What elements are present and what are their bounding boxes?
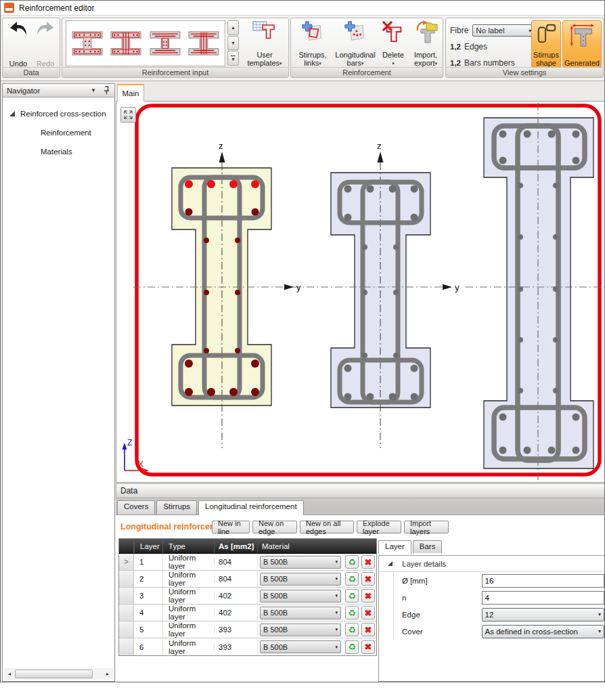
cell-as: 804 (214, 575, 257, 583)
navigator-tree: Reinforced cross-section Reinforcement M… (3, 97, 114, 161)
longitudinal-bars-label: Longitudinal bars▾ (333, 51, 378, 68)
generated-toggle[interactable]: Generated (562, 20, 602, 68)
stirrups-shape-toggle[interactable]: Stirrups shape (531, 20, 561, 68)
import-export-button[interactable]: Import, export▾ (409, 20, 443, 68)
row-selector[interactable] (119, 588, 134, 604)
material-select[interactable]: B 500B▾ (260, 607, 341, 619)
diameter-input[interactable] (482, 574, 604, 588)
refresh-material-button[interactable]: ♻ (345, 606, 359, 619)
field-cover: Cover As defined in cross-section ▾ (379, 623, 604, 640)
gallery-scroll-down-button[interactable]: ▼ (227, 36, 239, 51)
scroll-right-icon[interactable]: ► (102, 668, 113, 680)
table-header-row: Layer Type As [mm2] Material (119, 539, 376, 554)
details-tabbar: Layer Bars (378, 540, 604, 553)
new-in-line-button[interactable]: New in line (212, 521, 250, 533)
template-gallery (66, 20, 225, 66)
table-row[interactable]: 5 Uniform layer 393 B 500B▾ ♻ ✖ (119, 621, 376, 638)
table-row[interactable]: 4 Uniform layer 402 B 500B▾ ♻ ✖ (119, 605, 376, 621)
tab-covers[interactable]: Covers (117, 500, 155, 515)
material-select[interactable]: B 500B▾ (260, 640, 341, 653)
n-input[interactable] (482, 591, 604, 605)
refresh-material-button[interactable]: ♻ (345, 640, 359, 654)
delete-button[interactable]: Delete▾ (379, 20, 407, 68)
longitudinal-bars-button[interactable]: Longitudinal bars▾ (333, 20, 378, 68)
cover-select[interactable]: As defined in cross-section ▾ (482, 625, 604, 638)
table-row[interactable]: > 1 Uniform layer 804 B 500B▾ ♻ ✖ (119, 554, 376, 571)
row-selector[interactable] (119, 621, 134, 638)
tab-longitudinal-label: Longitudinal reinforcement (205, 502, 297, 510)
delete-layer-button[interactable]: ✖ (361, 572, 375, 586)
user-templates-button[interactable]: User templates▾ (242, 20, 287, 68)
tab-main-label: Main (122, 89, 139, 97)
import-layers-button[interactable]: Import layers (404, 521, 449, 533)
drawing-canvas[interactable]: z z y y (116, 101, 604, 483)
bars-numbers-toggle[interactable]: 1,2 Bars numbers (450, 58, 515, 68)
row-selector[interactable] (119, 571, 134, 587)
dropdown-icon: ▾ (595, 611, 601, 617)
template-ibeam-horizontal-bars[interactable] (147, 23, 183, 64)
navigator-menu-icon[interactable]: ▼ (91, 87, 96, 93)
dropdown-icon: ▾ (335, 576, 338, 582)
pin-icon[interactable] (103, 86, 110, 95)
material-select[interactable]: B 500B▾ (260, 556, 341, 569)
tab-layer-label: Layer (385, 542, 405, 550)
edge-value: 12 (485, 611, 494, 619)
fibre-select[interactable]: No label ▾ (472, 24, 535, 37)
tree-item-materials[interactable]: Materials (3, 142, 114, 161)
new-on-edge-button[interactable]: New on edge (252, 521, 297, 533)
refresh-material-button[interactable]: ♻ (345, 572, 359, 586)
table-row[interactable]: 6 Uniform layer 393 B 500B▾ ♻ ✖ (119, 638, 376, 655)
material-value: B 500B (263, 575, 288, 583)
new-on-all-edges-button[interactable]: New on all edges (300, 521, 354, 533)
scrollbar-thumb[interactable] (15, 670, 93, 678)
scroll-left-icon[interactable]: ◄ (4, 668, 15, 680)
tree-item-reinforcement[interactable]: Reinforcement (3, 123, 114, 142)
gallery-expand-button[interactable]: ▼ (227, 51, 239, 66)
tab-stirrups[interactable]: Stirrups (156, 500, 197, 515)
navigator-horizontal-scrollbar[interactable]: ◄ ► (4, 668, 113, 680)
material-select[interactable]: B 500B▾ (260, 590, 341, 603)
material-select[interactable]: B 500B▾ (260, 624, 341, 636)
section-expander-icon[interactable] (388, 561, 393, 566)
tab-longitudinal-reinforcement[interactable]: Longitudinal reinforcement (198, 500, 304, 515)
refresh-material-button[interactable]: ♻ (345, 555, 359, 569)
delete-layer-button[interactable]: ✖ (361, 640, 375, 654)
material-select[interactable]: B 500B▾ (260, 573, 341, 586)
tab-bars[interactable]: Bars (413, 540, 443, 553)
explode-layer-button[interactable]: Explode layer (357, 521, 401, 533)
table-row[interactable]: 3 Uniform layer 402 B 500B▾ ♻ ✖ (119, 588, 376, 605)
app-icon (4, 3, 14, 13)
refresh-icon: ♻ (348, 625, 356, 635)
zoom-extents-button[interactable] (120, 107, 136, 123)
cell-as: 402 (214, 592, 257, 600)
edges-toggle[interactable]: 1,2 Edges (450, 42, 487, 51)
delete-layer-button[interactable]: ✖ (361, 555, 375, 569)
template-ibeam-vertical-bars[interactable] (108, 23, 144, 64)
refresh-material-button[interactable]: ♻ (345, 589, 359, 603)
row-selector[interactable] (119, 605, 134, 621)
cell-type: Uniform layer (162, 571, 214, 587)
tree-expander-icon[interactable] (9, 111, 15, 116)
delete-layer-button[interactable]: ✖ (361, 623, 375, 636)
delete-layer-button[interactable]: ✖ (361, 606, 375, 619)
template-ibeam-dots[interactable] (69, 23, 106, 64)
refresh-material-button[interactable]: ♻ (345, 623, 359, 636)
layer-details-section[interactable]: Layer details (379, 556, 604, 572)
stirrups-links-button[interactable]: Stirrups, links▾ (294, 20, 332, 68)
tab-layer[interactable]: Layer (378, 540, 411, 554)
dropdown-icon: ▾ (595, 628, 601, 634)
delete-icon (382, 20, 405, 43)
row-selector[interactable]: > (119, 554, 134, 570)
redo-button[interactable]: Redo (32, 20, 58, 68)
layer-details-title: Layer details (402, 560, 446, 568)
expand-gallery-icon: ▼ (231, 56, 236, 62)
delete-layer-button[interactable]: ✖ (361, 589, 375, 603)
undo-button[interactable]: Undo (5, 20, 31, 68)
template-ibeam-combined-bars[interactable] (185, 23, 222, 64)
table-row[interactable]: 2 Uniform layer 804 B 500B▾ ♻ ✖ (119, 571, 376, 588)
gallery-scroll-up-button[interactable]: ▲ (227, 20, 239, 35)
edge-select[interactable]: 12 ▾ (482, 608, 604, 621)
tree-item-reinforced-cross-section[interactable]: Reinforced cross-section (3, 104, 114, 123)
row-selector[interactable] (119, 638, 134, 655)
tab-main[interactable]: Main (117, 84, 144, 102)
